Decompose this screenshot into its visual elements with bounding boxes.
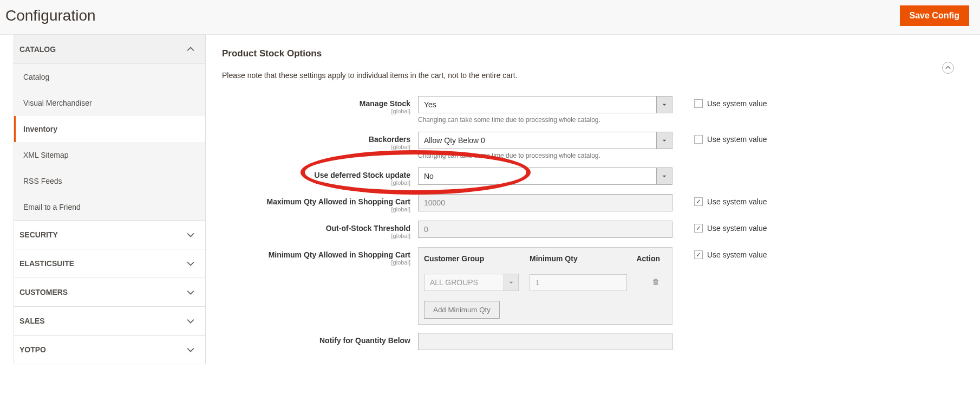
- page-title: Configuration: [5, 7, 96, 24]
- sidebar-item-inventory[interactable]: Inventory: [14, 116, 205, 142]
- chevron-down-icon: [187, 260, 194, 267]
- manage-stock-select[interactable]: Yes: [418, 96, 672, 113]
- use-system-label: Use system value: [707, 224, 767, 233]
- row-max-qty: Maximum Qty Allowed in Shopping Cart [gl…: [222, 194, 964, 212]
- th-minimum-qty: Minimum Qty: [530, 254, 627, 263]
- use-system-checkbox[interactable]: [694, 224, 703, 233]
- row-deferred-stock-update: Use deferred Stock update [global] No: [222, 167, 964, 186]
- dropdown-icon: [656, 132, 672, 149]
- oos-threshold-input[interactable]: [418, 221, 672, 238]
- chevron-down-icon: [187, 317, 194, 325]
- sidebar-group-label: YOTPO: [19, 345, 46, 354]
- save-config-button[interactable]: Save Config: [900, 5, 969, 26]
- sidebar-item-rss-feeds[interactable]: RSS Feeds: [14, 168, 205, 194]
- use-system-checkbox[interactable]: [694, 197, 703, 206]
- add-minimum-qty-button[interactable]: Add Minimum Qty: [424, 301, 500, 319]
- min-qty-table: Customer Group Minimum Qty Action ALL GR…: [418, 247, 672, 325]
- row-manage-stock: Manage Stock [global] Yes Changing can t…: [222, 96, 964, 124]
- field-label: Manage Stock: [360, 99, 410, 108]
- min-qty-row: ALL GROUPS: [419, 269, 672, 295]
- deferred-stock-select[interactable]: No: [418, 167, 672, 185]
- field-scope: [global]: [222, 108, 410, 114]
- field-scope: [global]: [222, 259, 410, 266]
- sidebar-group-security[interactable]: SECURITY: [14, 221, 206, 249]
- sidebar-group-catalog[interactable]: CATALOG: [14, 35, 206, 64]
- chevron-up-icon: [945, 63, 951, 72]
- row-oos-threshold: Out-of-Stock Threshold [global] Use syst…: [222, 221, 964, 239]
- use-system-label: Use system value: [707, 135, 767, 144]
- sidebar-group-label: ELASTICSUITE: [19, 259, 74, 268]
- select-value: ALL GROUPS: [424, 274, 504, 291]
- max-qty-input[interactable]: [418, 194, 672, 211]
- sidebar-item-visual-merchandiser[interactable]: Visual Merchandiser: [14, 90, 205, 116]
- section-note: Please note that these settings apply to…: [222, 71, 964, 80]
- use-system-label: Use system value: [707, 197, 767, 206]
- page-header: Configuration Save Config: [0, 0, 980, 35]
- dropdown-icon: [504, 274, 519, 291]
- field-hint: Changing can take some time due to proce…: [418, 116, 672, 124]
- field-label: Maximum Qty Allowed in Shopping Cart: [267, 197, 411, 206]
- field-label: Backorders: [369, 135, 410, 144]
- field-hint: Changing can take some time due to proce…: [418, 152, 672, 159]
- sidebar-group-elasticsuite[interactable]: ELASTICSUITE: [14, 249, 206, 278]
- sidebar-group-label: SALES: [19, 317, 45, 325]
- field-label: Minimum Qty Allowed in Shopping Cart: [269, 250, 410, 259]
- backorders-select[interactable]: Allow Qty Below 0: [418, 132, 672, 149]
- use-system-checkbox[interactable]: [694, 250, 703, 259]
- chevron-down-icon: [187, 346, 194, 353]
- min-qty-input[interactable]: [530, 274, 627, 291]
- select-value: Allow Qty Below 0: [418, 132, 656, 149]
- chevron-down-icon: [187, 288, 194, 296]
- chevron-down-icon: [187, 231, 194, 239]
- select-value: No: [418, 167, 656, 185]
- sidebar-group-label: CATALOG: [19, 45, 56, 54]
- field-label: Use deferred Stock update: [315, 171, 410, 179]
- row-backorders: Backorders [global] Allow Qty Below 0 Ch…: [222, 132, 964, 159]
- notify-below-input[interactable]: [418, 333, 672, 350]
- sidebar-item-email-friend[interactable]: Email to a Friend: [14, 194, 205, 220]
- field-scope: [global]: [222, 179, 410, 186]
- trash-icon[interactable]: [651, 279, 660, 288]
- th-customer-group: Customer Group: [424, 254, 519, 263]
- section-title: Product Stock Options: [222, 48, 964, 59]
- sidebar-group-sales[interactable]: SALES: [14, 307, 206, 336]
- use-system-checkbox[interactable]: [694, 135, 703, 144]
- field-scope: [global]: [222, 233, 410, 239]
- chevron-up-icon: [187, 46, 194, 53]
- field-label: Notify for Quantity Below: [319, 336, 410, 345]
- sidebar-group-label: CUSTOMERS: [19, 288, 68, 297]
- config-sidebar: CATALOG Catalog Visual Merchandiser Inve…: [0, 35, 206, 372]
- dropdown-icon: [656, 96, 672, 113]
- customer-group-select[interactable]: ALL GROUPS: [424, 274, 519, 291]
- field-label: Out-of-Stock Threshold: [326, 224, 410, 233]
- row-min-qty: Minimum Qty Allowed in Shopping Cart [gl…: [222, 247, 964, 325]
- sidebar-item-catalog[interactable]: Catalog: [14, 64, 205, 90]
- row-notify-quantity-below: Notify for Quantity Below: [222, 333, 964, 350]
- sidebar-item-xml-sitemap[interactable]: XML Sitemap: [14, 142, 205, 168]
- sidebar-group-yotpo[interactable]: YOTPO: [14, 336, 206, 364]
- th-action: Action: [627, 254, 667, 263]
- field-scope: [global]: [222, 144, 410, 150]
- use-system-label: Use system value: [707, 250, 767, 259]
- use-system-label: Use system value: [707, 99, 767, 108]
- use-system-checkbox[interactable]: [694, 99, 703, 108]
- sidebar-group-customers[interactable]: CUSTOMERS: [14, 278, 206, 307]
- sidebar-catalog-items: Catalog Visual Merchandiser Inventory XM…: [14, 64, 206, 221]
- section-collapse-toggle[interactable]: [942, 62, 954, 74]
- field-scope: [global]: [222, 206, 410, 212]
- select-value: Yes: [418, 96, 656, 113]
- content-area: Product Stock Options Please note that t…: [206, 35, 980, 372]
- sidebar-group-label: SECURITY: [19, 230, 58, 239]
- dropdown-icon: [656, 167, 672, 185]
